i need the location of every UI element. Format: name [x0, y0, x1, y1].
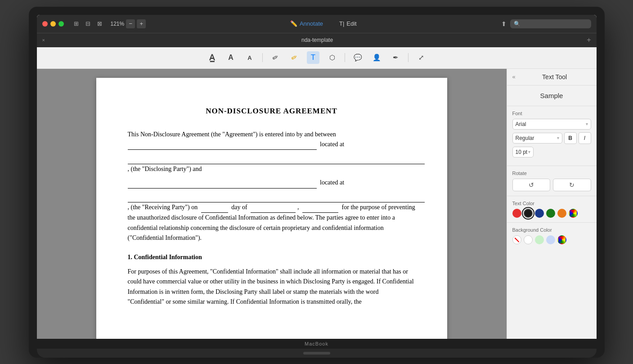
font-size-label: 10 pt — [516, 149, 528, 155]
edit-icon: T| — [339, 20, 344, 27]
panel-divider-1 — [507, 166, 597, 166]
bg-color-light-blue[interactable] — [546, 235, 555, 244]
edit-label: Edit — [346, 20, 356, 27]
text-color-orange[interactable] — [557, 209, 566, 218]
minimize-button[interactable] — [50, 21, 56, 27]
pdf-area[interactable]: NON-DISCLOSURE AGREEMENT This Non-Disclo… — [37, 69, 507, 339]
text-size-small-icon[interactable]: A — [243, 51, 256, 64]
rotate-cw-button[interactable]: ↻ — [553, 179, 591, 191]
rotate-section: Rotate ↺ ↻ — [507, 167, 597, 195]
panel-header: « Text Tool — [507, 69, 597, 85]
tab-title: nda-template — [48, 37, 587, 43]
signature-tool-icon[interactable]: ✒ — [389, 51, 402, 64]
font-size-row: 10 pt ▾ — [512, 147, 591, 157]
search-bar: 🔍 — [510, 19, 591, 28]
right-panel: « Text Tool Sample Font Arial ▾ Regular … — [507, 69, 597, 339]
annotate-button[interactable]: ✏️ Annotate — [287, 19, 327, 28]
text-color-dark-blue[interactable] — [535, 209, 544, 218]
toolbar: A̲ A A ✏ ✏ T ⬡ 💬 👤 ✒ ⤢ — [37, 47, 597, 69]
text-size-aa-icon[interactable]: A̲ — [206, 51, 218, 64]
sidebar-toggle-icon[interactable]: ⊞ — [72, 19, 81, 28]
pdf-page: NON-DISCLOSURE AGREEMENT This Non-Disclo… — [96, 78, 447, 339]
speaker-notch — [303, 352, 330, 355]
font-size-select[interactable]: 10 pt ▾ — [512, 147, 534, 157]
text-tool-icon[interactable]: T — [307, 51, 319, 64]
macbook-screen: ⊞ ⊟ ⊠ 121% − + ✏️ Annotate T| Edit — [37, 15, 597, 339]
font-section: Font Arial ▾ Regular ▾ B I — [507, 106, 597, 165]
titlebar-icons: ⊞ ⊟ ⊠ — [72, 19, 104, 28]
titlebar-center: ✏️ Annotate T| Edit — [149, 19, 497, 28]
shape-tool-icon[interactable]: ⬡ — [326, 51, 338, 64]
search-icon: 🔍 — [514, 21, 521, 27]
macbook-bottom — [37, 349, 597, 358]
add-tab-button[interactable]: + — [587, 36, 591, 44]
stamp-tool-icon[interactable]: 👤 — [370, 51, 383, 64]
annotate-icon: ✏️ — [290, 20, 297, 27]
pdf-receiving: , (the "Receiving Party") on day of , fo… — [128, 192, 416, 243]
annotate-label: Annotate — [300, 20, 323, 27]
panel-title: Text Tool — [518, 73, 591, 81]
zoom-level-label: 121% — [111, 21, 125, 27]
bg-color-label: Background Color — [512, 227, 591, 233]
list-view-icon[interactable]: ⊠ — [95, 19, 104, 28]
zoom-controls: 121% − + — [111, 19, 146, 28]
tab-bar: × nda-template + — [37, 33, 597, 47]
zoom-in-button[interactable]: + — [137, 19, 146, 28]
panel-divider-2 — [507, 196, 597, 196]
titlebar: ⊞ ⊟ ⊠ 121% − + ✏️ Annotate T| Edit — [37, 15, 597, 33]
edit-button[interactable]: T| Edit — [336, 19, 360, 28]
maximize-button[interactable] — [58, 21, 64, 27]
share-button[interactable]: ⬆ — [501, 20, 507, 27]
grid-view-icon[interactable]: ⊟ — [84, 19, 93, 28]
style-chevron-icon: ▾ — [557, 135, 559, 140]
pdf-disclosing: , (the "Disclosing Party") and — [128, 153, 416, 174]
font-chevron-icon: ▾ — [586, 121, 588, 126]
toolbar-separator-2 — [345, 53, 345, 62]
close-button[interactable] — [42, 21, 48, 27]
text-color-multicolor[interactable] — [569, 209, 578, 218]
bg-color-white[interactable] — [524, 235, 533, 244]
section1-text: For purposes of this Agreement, "Confide… — [128, 267, 416, 307]
toolbar-separator-3 — [408, 53, 409, 62]
pdf-title: NON-DISCLOSURE AGREEMENT — [128, 105, 416, 117]
traffic-lights — [42, 21, 64, 27]
size-chevron-icon: ▾ — [528, 149, 530, 154]
bg-color-light-green[interactable] — [535, 235, 544, 244]
bg-color-section: Background Color — [507, 224, 597, 248]
rotate-ccw-button[interactable]: ↺ — [512, 179, 551, 191]
search-input[interactable] — [522, 21, 588, 27]
text-color-label: Text Color — [512, 201, 591, 206]
text-color-row — [512, 209, 591, 218]
comment-tool-icon[interactable]: 💬 — [351, 51, 364, 64]
italic-button[interactable]: I — [579, 132, 591, 144]
close-tab-button[interactable]: × — [42, 37, 45, 43]
text-color-red[interactable] — [512, 209, 521, 218]
section1-heading: 1. Confidential Information — [128, 252, 416, 262]
text-color-black[interactable] — [524, 209, 533, 218]
macbook-frame: ⊞ ⊟ ⊠ 121% − + ✏️ Annotate T| Edit — [29, 7, 605, 358]
bold-button[interactable]: B — [564, 132, 577, 144]
font-name-label: Arial — [516, 121, 526, 127]
zoom-out-button[interactable]: − — [126, 19, 135, 28]
rotate-buttons: ↺ ↻ — [512, 179, 591, 191]
pencil-tool-icon[interactable]: ✏ — [267, 49, 284, 66]
panel-collapse-button[interactable]: « — [512, 73, 516, 80]
bg-color-multicolor[interactable] — [557, 235, 566, 244]
font-style-select[interactable]: Regular ▾ — [512, 133, 562, 144]
toolbar-separator-1 — [262, 53, 263, 62]
bg-color-row — [512, 235, 591, 244]
rotate-label: Rotate — [512, 171, 591, 176]
highlight-tool-icon[interactable]: ✏ — [286, 49, 303, 66]
panel-divider-3 — [507, 222, 597, 223]
font-label: Font — [512, 111, 591, 116]
pdf-located2: located at — [128, 178, 416, 188]
font-family-select[interactable]: Arial ▾ — [512, 119, 591, 130]
panel-sample-text: Sample — [507, 85, 597, 106]
macbook-label: MacBook — [305, 341, 328, 346]
bg-color-none[interactable] — [512, 235, 521, 244]
text-color-green[interactable] — [546, 209, 555, 218]
text-size-a-icon[interactable]: A — [224, 51, 237, 64]
font-style-row: Regular ▾ B I — [512, 132, 591, 144]
expand-tool-icon[interactable]: ⤢ — [415, 51, 427, 64]
titlebar-right: ⬆ 🔍 — [501, 19, 591, 28]
